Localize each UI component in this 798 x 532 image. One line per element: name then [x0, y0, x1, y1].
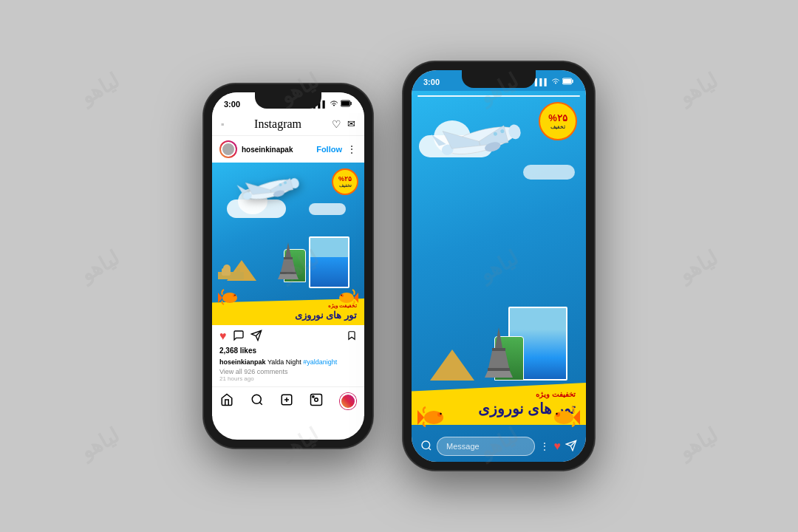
svg-point-26: [341, 295, 342, 296]
svg-point-62: [422, 441, 430, 449]
nav-reels[interactable]: [310, 393, 323, 410]
svg-rect-52: [488, 368, 510, 371]
phones-container: 3:00 ▌▌▌ ≡ Instagram ♡ ✉: [203, 61, 595, 471]
nav-home[interactable]: [220, 393, 233, 410]
svg-marker-7: [237, 183, 248, 194]
time-right: 3:00: [423, 78, 440, 86]
story-search-icon[interactable]: [420, 440, 432, 454]
heart-icon[interactable]: ♡: [332, 118, 341, 130]
post-image: %۲۵ تخفیف: [212, 163, 364, 325]
profile-avatar: [219, 140, 237, 158]
svg-point-24: [339, 293, 354, 303]
nav-search[interactable]: [250, 393, 264, 410]
tour-text-small-right: تخفیفت ویژه: [422, 390, 576, 398]
goldfish-right: [338, 287, 358, 310]
left-phone: 3:00 ▌▌▌ ≡ Instagram ♡ ✉: [203, 83, 373, 449]
svg-marker-49: [495, 327, 502, 348]
airplane: [229, 163, 305, 225]
caption-username: hoseinkianpak: [219, 358, 266, 366]
eiffel-right: [485, 327, 513, 381]
comment-icon[interactable]: [233, 330, 245, 344]
action-icons: ♥: [219, 330, 357, 344]
svg-rect-16: [284, 257, 293, 259]
left-phone-screen: 3:00 ▌▌▌ ≡ Instagram ♡ ✉: [212, 92, 364, 440]
right-phone-screen: 3:00 ▌▌▌: [412, 70, 586, 462]
bookmark-icon[interactable]: [347, 330, 357, 344]
svg-rect-50: [492, 348, 505, 351]
tour-text-main: تور های نوروزی: [219, 310, 357, 321]
svg-rect-18: [280, 272, 296, 274]
caption-text: Yalda Night: [267, 358, 303, 366]
post-actions: ♥ 2,368 likes hoseinkianpak: [212, 325, 364, 386]
svg-point-56: [440, 413, 441, 415]
post-username: hoseinkinapak: [242, 146, 293, 154]
eiffel-tower: [278, 242, 299, 282]
svg-point-20: [222, 293, 237, 303]
svg-rect-39: [563, 79, 571, 83]
story-progress-bars: [412, 91, 586, 101]
share-icon[interactable]: [250, 330, 262, 344]
post-time: 21 hours ago: [219, 375, 357, 382]
svg-marker-53: [485, 371, 513, 378]
goldfish-rr: [552, 406, 580, 431]
svg-point-13: [223, 265, 231, 272]
wifi-right: [551, 78, 560, 86]
pyramid-right: [430, 349, 474, 381]
svg-marker-51: [488, 351, 509, 368]
goldfish-rl: [417, 406, 446, 431]
signal-right: ▌▌▌: [535, 78, 549, 86]
svg-point-37: [313, 395, 314, 397]
follow-button[interactable]: Follow: [316, 145, 342, 154]
story-dots[interactable]: ⋮: [539, 440, 550, 452]
nav-profile[interactable]: [340, 393, 356, 409]
discount-badge: %۲۵ تخفیف: [332, 168, 358, 195]
tour-text-small: تخفیفت ویژه: [219, 303, 357, 309]
status-icons-right: ▌▌▌: [535, 78, 574, 86]
like-icon[interactable]: ♥: [219, 330, 227, 344]
svg-line-63: [429, 448, 431, 450]
battery-right: [562, 78, 574, 86]
sea-panel: [309, 236, 349, 288]
ig-header-icons: ♡ ✉: [332, 118, 355, 130]
bottom-nav: [212, 386, 364, 416]
cloud-2: [309, 203, 346, 215]
story-view: %۲۵ تخفیف: [412, 91, 586, 462]
story-heart[interactable]: ♥: [554, 440, 562, 453]
battery-left: [341, 100, 352, 109]
svg-marker-19: [278, 274, 299, 279]
svg-point-36: [315, 398, 318, 401]
action-left: ♥: [219, 330, 262, 344]
svg-point-30: [252, 395, 261, 403]
notch-left: [255, 92, 321, 109]
discount-badge-right: %۲۵ تخفیف: [539, 102, 577, 140]
cloud-r2: [523, 165, 575, 180]
story-bottom-bar: Message ⋮ ♥: [412, 431, 586, 462]
message-input[interactable]: Message: [437, 437, 535, 456]
likes-count: 2,368 likes: [219, 344, 357, 357]
wifi-left: [330, 100, 338, 109]
post-header: hoseinkinapak Follow ⋮: [212, 136, 364, 163]
post-comments[interactable]: View all 926 comments: [219, 368, 357, 375]
sphinx: [218, 265, 244, 282]
svg-line-31: [259, 402, 262, 404]
messenger-icon[interactable]: ✉: [347, 118, 355, 130]
svg-point-60: [556, 413, 557, 415]
story-send[interactable]: [565, 440, 577, 454]
nav-add[interactable]: [280, 393, 293, 410]
post-dots[interactable]: ⋮: [347, 143, 357, 155]
svg-rect-14: [236, 268, 240, 277]
svg-point-22: [234, 295, 236, 296]
ig-logo-text: Instagram: [254, 117, 301, 131]
ig-logo: ≡: [221, 122, 224, 127]
time-left: 3:00: [224, 100, 240, 109]
post-caption: hoseinkianpak Yalda Night #yaldanight: [219, 357, 357, 368]
poster-bg: %۲۵ تخفیف: [212, 163, 364, 325]
ig-header: ≡ Instagram ♡ ✉: [212, 113, 364, 136]
post-header-right: Follow ⋮: [316, 143, 357, 155]
svg-marker-17: [281, 259, 296, 272]
message-placeholder: Message: [446, 442, 480, 451]
right-phone: 3:00 ▌▌▌: [403, 61, 595, 471]
airplane-right: [420, 102, 528, 187]
caption-link[interactable]: #yaldanight: [303, 358, 337, 366]
svg-marker-15: [285, 242, 291, 257]
